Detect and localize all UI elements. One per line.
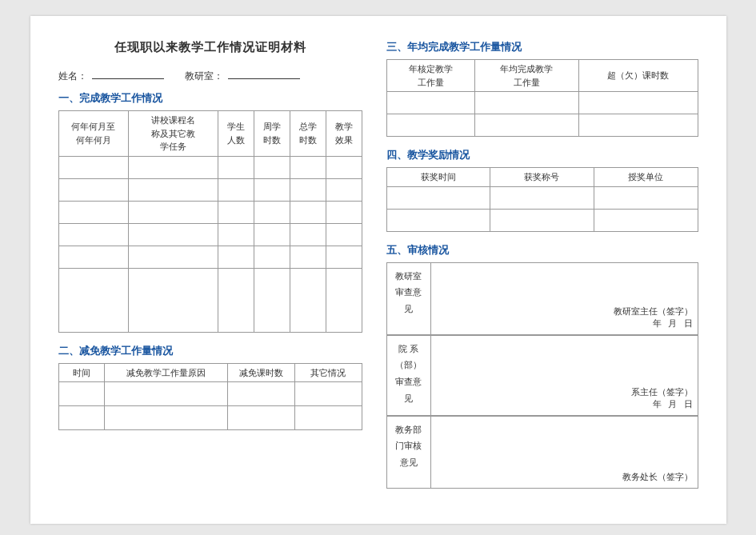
section5: 五、审核情况 教研室审查意见 教研室主任（签字） 年 月 日 [386, 243, 698, 489]
col-other: 其它情况 [294, 363, 362, 382]
review-table-2: 院 系（部）审查意见 系主任（签字） 年 月 日 [386, 335, 698, 416]
section1-table: 何年何月至何年何月 讲校课程名称及其它教学任务 学生人数 周学时数 总学时数 教… [58, 110, 362, 333]
col-annual-target: 年核定教学工作量 [386, 60, 475, 92]
review-table-3: 教务部门审核意见 教务处长（签字） [386, 416, 698, 489]
col-weekly: 周学时数 [254, 111, 290, 157]
section4-header: 获奖时间 获奖称号 授奖单位 [386, 168, 698, 187]
dept-label: 教研室： [185, 70, 223, 83]
col-time: 时间 [58, 363, 105, 382]
table-row [58, 382, 362, 406]
col-date: 何年何月至何年何月 [58, 111, 128, 157]
section1-title: 一、完成教学工作情况 [58, 91, 362, 106]
col-course: 讲校课程名称及其它教学任务 [128, 111, 218, 157]
table-row [386, 209, 698, 231]
section3-title: 三、年均完成教学工作量情况 [386, 40, 698, 54]
review-content-3: 教务处长（签字） [430, 416, 698, 488]
page: 任现职以来教学工作情况证明材料 姓名： 教研室： 一、完成教学工作情况 何年何月… [30, 16, 726, 524]
header-row: 姓名： 教研室： [58, 66, 362, 83]
table-row [386, 92, 698, 114]
col-total: 总学时数 [290, 111, 326, 157]
section5-title: 五、审核情况 [386, 243, 698, 258]
col-students: 学生人数 [218, 111, 254, 157]
col-hours: 减免课时数 [228, 363, 295, 382]
col-reason: 减免教学工作量原因 [105, 363, 228, 382]
section2-header-row: 时间 减免教学工作量原因 减免课时数 其它情况 [58, 363, 362, 382]
col-award-name: 获奖称号 [490, 168, 594, 187]
col-award-org: 授奖单位 [594, 168, 698, 187]
review-label-3: 教务部门审核意见 [386, 416, 430, 488]
section3: 三、年均完成教学工作量情况 年核定教学工作量 年均完成教学工作量 超（欠）课时数 [386, 40, 698, 137]
section2-title: 二、减免教学工作量情况 [58, 344, 362, 358]
name-field[interactable] [92, 66, 164, 79]
section2-table: 时间 减免教学工作量原因 减免课时数 其它情况 [58, 363, 362, 431]
table-row [58, 178, 362, 201]
section4-table: 获奖时间 获奖称号 授奖单位 [386, 167, 698, 232]
table-row [386, 114, 698, 137]
col-effect: 教学效果 [326, 111, 362, 157]
review-content-1: 教研室主任（签字） 年 月 日 [430, 262, 698, 334]
section3-header: 年核定教学工作量 年均完成教学工作量 超（欠）课时数 [386, 60, 698, 92]
right-column: 三、年均完成教学工作量情况 年核定教学工作量 年均完成教学工作量 超（欠）课时数… [386, 40, 698, 500]
col-award-time: 获奖时间 [386, 168, 490, 187]
dept-field[interactable] [228, 66, 300, 79]
section1-header-row: 何年何月至何年何月 讲校课程名称及其它教学任务 学生人数 周学时数 总学时数 教… [58, 111, 362, 157]
name-label: 姓名： [58, 70, 87, 83]
col-annual-done: 年均完成教学工作量 [475, 60, 579, 92]
left-column: 任现职以来教学工作情况证明材料 姓名： 教研室： 一、完成教学工作情况 何年何月… [58, 40, 362, 500]
review-row-2: 院 系（部）审查意见 系主任（签字） 年 月 日 [386, 335, 698, 415]
review-table-1: 教研室审查意见 教研室主任（签字） 年 月 日 [386, 262, 698, 335]
table-row [58, 406, 362, 430]
review-content-2: 系主任（签字） 年 月 日 [430, 335, 698, 415]
col-diff: 超（欠）课时数 [578, 60, 698, 92]
table-row [58, 201, 362, 223]
review-label-2: 院 系（部）审查意见 [386, 335, 430, 415]
table-row [58, 246, 362, 268]
section3-table: 年核定教学工作量 年均完成教学工作量 超（欠）课时数 [386, 59, 698, 137]
review-row-3: 教务部门审核意见 教务处长（签字） [386, 416, 698, 488]
table-row [58, 268, 362, 332]
main-title: 任现职以来教学工作情况证明材料 [58, 40, 362, 55]
table-row [386, 186, 698, 209]
review-row-1: 教研室审查意见 教研室主任（签字） 年 月 日 [386, 262, 698, 334]
table-row [58, 223, 362, 246]
review-label-1: 教研室审查意见 [386, 262, 430, 334]
table-row [58, 156, 362, 178]
section4: 四、教学奖励情况 获奖时间 获奖称号 授奖单位 [386, 148, 698, 232]
section4-title: 四、教学奖励情况 [386, 148, 698, 162]
